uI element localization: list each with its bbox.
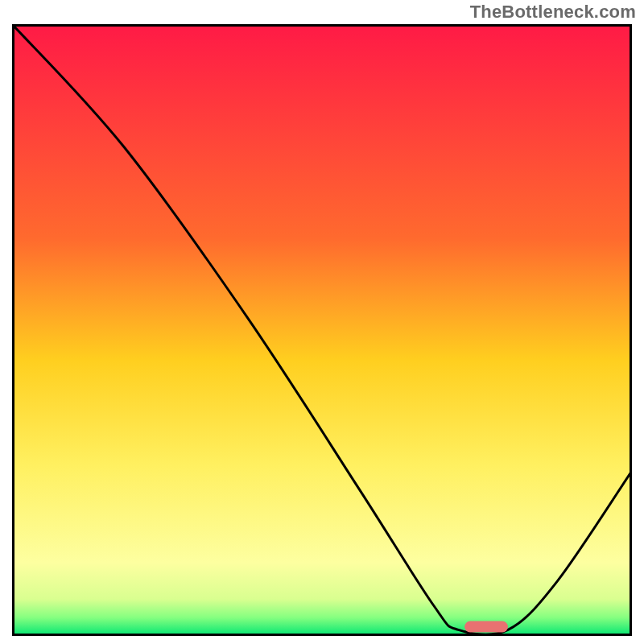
chart-container: TheBottleneck.com: [0, 0, 644, 644]
optimal-range-marker: [464, 621, 508, 633]
watermark-text: TheBottleneck.com: [470, 2, 636, 23]
plot-area: [12, 24, 632, 636]
bottleneck-chart: [12, 24, 632, 636]
gradient-background: [12, 24, 632, 636]
